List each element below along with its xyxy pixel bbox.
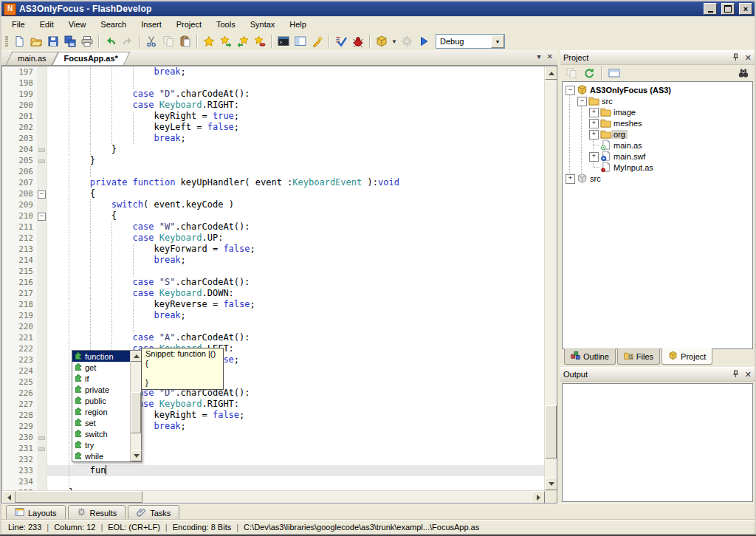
fold-margin[interactable] [37, 299, 47, 310]
new-file-icon[interactable] [11, 34, 27, 49]
tab-focusapp-as[interactable]: FocusApp.as* [55, 52, 127, 65]
code-text[interactable]: break; [47, 133, 544, 144]
collapse-icon[interactable]: − [577, 97, 587, 106]
menu-item-file[interactable]: File [4, 18, 32, 31]
tab-main-as[interactable]: main.as [9, 52, 55, 65]
panel-layout-icon[interactable] [292, 34, 309, 49]
editor-horizontal-scrollbar[interactable] [2, 490, 557, 503]
build-dropdown-icon[interactable]: ▼ [391, 34, 398, 49]
tree-item-src[interactable]: +src [564, 173, 752, 184]
toolbar-grip[interactable] [5, 35, 8, 47]
pin-icon[interactable] [732, 370, 740, 379]
fold-margin[interactable] [37, 465, 47, 476]
code-pane[interactable]: 197break;198199case "D".charCodeAt():200… [2, 66, 544, 490]
dock-tab-files[interactable]: Files [617, 348, 660, 365]
build-config-select[interactable]: Debug▼ [436, 34, 505, 49]
scroll-down-icon[interactable] [545, 477, 557, 490]
fold-margin[interactable] [37, 377, 47, 388]
expand-icon[interactable]: + [589, 152, 599, 162]
completion-item-set[interactable]: set [72, 417, 130, 428]
clear-bookmarks-icon[interactable] [252, 34, 268, 49]
tree-item-main-swf[interactable]: +main.swf [564, 151, 752, 162]
fold-margin[interactable] [37, 66, 47, 78]
fold-collapse-icon[interactable]: − [38, 190, 46, 199]
tree-expander[interactable]: − [564, 84, 576, 95]
code-text[interactable]: break; [47, 310, 544, 321]
code-text[interactable] [47, 476, 544, 487]
open-file-icon[interactable] [28, 34, 44, 49]
menu-item-help[interactable]: Help [282, 18, 314, 31]
prev-bookmark-icon[interactable] [235, 34, 251, 49]
code-text[interactable]: keyLeft = false; [47, 122, 544, 133]
maximize-button[interactable] [721, 3, 735, 15]
close-panel-icon[interactable]: ✕ [745, 371, 752, 379]
fold-margin[interactable] [37, 199, 47, 210]
fold-margin[interactable] [37, 233, 47, 244]
pin-icon[interactable] [732, 53, 740, 63]
code-text[interactable]: { [47, 210, 544, 221]
combo-dropdown-icon[interactable]: ▼ [491, 35, 504, 48]
tree-item-meshes[interactable]: +meshes [564, 117, 752, 128]
find-in-files-icon[interactable] [735, 66, 752, 80]
close-document-icon[interactable]: ✕ [547, 52, 553, 61]
code-text[interactable]: { [47, 188, 544, 199]
completion-item-if[interactable]: if [72, 373, 130, 384]
scroll-left-icon[interactable] [2, 491, 16, 504]
refresh-icon[interactable] [581, 66, 597, 80]
scroll-down-icon[interactable] [131, 450, 142, 461]
tree-expander[interactable]: + [588, 106, 599, 117]
next-bookmark-icon[interactable] [218, 34, 234, 49]
tree-item-myinput-as[interactable]: MyInput.as [564, 162, 752, 173]
run-play-icon[interactable] [416, 34, 432, 49]
minimize-button[interactable] [704, 3, 717, 15]
tree-item-as3onlyfocus-as3[interactable]: −AS3OnlyFocus (AS3) [564, 84, 752, 95]
fold-margin[interactable] [37, 111, 47, 122]
menu-item-search[interactable]: Search [93, 18, 134, 31]
menu-item-syntax[interactable]: Syntax [243, 18, 283, 31]
code-text[interactable]: case "D".charCodeAt(): [47, 89, 544, 100]
save-icon[interactable] [45, 34, 61, 49]
code-text[interactable]: break; [47, 66, 544, 78]
completion-item-try[interactable]: try [72, 439, 130, 450]
dock-tab-project[interactable]: Project [662, 348, 712, 365]
completion-item-while[interactable]: while [72, 450, 130, 461]
code-text[interactable] [47, 166, 544, 177]
cut-icon[interactable] [143, 34, 159, 49]
fold-margin[interactable] [37, 255, 47, 266]
code-text[interactable]: case "W".charCodeAt(): [47, 221, 544, 233]
project-properties-icon[interactable] [606, 66, 622, 80]
fold-margin[interactable] [37, 365, 47, 377]
save-all-icon[interactable] [62, 34, 78, 49]
tab-list-dropdown-icon[interactable]: ▾ [537, 52, 541, 61]
tree-item-main-as[interactable]: main.as [564, 140, 752, 151]
menu-item-edit[interactable]: Edit [32, 18, 61, 31]
tree-expander[interactable]: + [588, 117, 599, 128]
completion-item-region[interactable]: region [72, 406, 130, 417]
completion-scrollbar[interactable] [130, 351, 141, 461]
check-syntax-icon[interactable] [333, 34, 349, 49]
expand-icon[interactable]: + [589, 119, 599, 128]
code-text[interactable]: } [47, 155, 544, 166]
menu-item-view[interactable]: View [61, 18, 94, 31]
scroll-right-icon[interactable] [532, 491, 545, 504]
completion-item-switch[interactable]: switch [72, 428, 130, 439]
fold-margin[interactable] [37, 177, 47, 188]
code-text[interactable]: case Keyboard.RIGHT: [47, 100, 544, 111]
fold-margin[interactable] [37, 399, 47, 410]
fold-margin[interactable] [37, 332, 47, 343]
code-text[interactable]: private function keyUpHandler( event :Ke… [47, 177, 544, 188]
completion-item-function[interactable]: function [72, 351, 130, 362]
tree-item-src[interactable]: −src [564, 95, 752, 106]
fold-margin[interactable] [37, 133, 47, 144]
debug-bug-icon[interactable] [350, 34, 366, 49]
code-text[interactable]: case Keyboard.DOWN: [47, 288, 544, 299]
tree-expander[interactable]: + [564, 173, 576, 184]
fold-margin[interactable]: − [37, 188, 47, 199]
fold-margin[interactable] [37, 288, 47, 299]
code-text[interactable]: case "A".charCodeAt(): [47, 332, 544, 343]
fold-margin[interactable] [37, 454, 47, 465]
close-button[interactable]: × [739, 3, 752, 15]
fold-margin[interactable]: − [37, 210, 47, 221]
fold-margin[interactable] [37, 310, 47, 321]
scroll-up-icon[interactable] [131, 351, 142, 362]
